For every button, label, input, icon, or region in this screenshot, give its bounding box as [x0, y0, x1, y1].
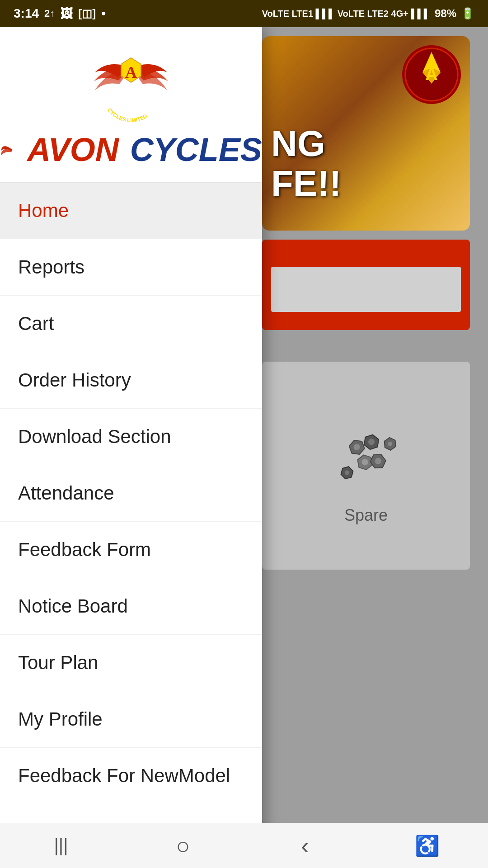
spare-area: Spare	[262, 362, 470, 570]
back-button[interactable]: ‹	[287, 828, 323, 864]
avon-emblem: A CYCLES LIMITED	[90, 45, 172, 127]
home-button[interactable]: ○	[165, 828, 201, 864]
sidebar-item-tour-plan[interactable]: Tour Plan	[0, 635, 262, 691]
status-left: 3:14 2↑ 🖼 [◫] •	[14, 6, 106, 21]
sidebar-item-my-profile[interactable]: My Profile	[0, 691, 262, 748]
banner-area: A NGFE!!	[262, 36, 470, 231]
nav-bar: ||| ○ ‹ ♿	[0, 823, 488, 868]
screen-icon: [◫]	[78, 7, 96, 20]
status-right: VoLTE LTE1 ▌▌▌ VoLTE LTE2 4G+ ▌▌▌ 98% 🔋	[262, 7, 474, 20]
battery: 98%	[435, 7, 456, 20]
svg-text:CYCLES LIMITED: CYCLES LIMITED	[106, 107, 149, 123]
network-info: VoLTE LTE1 ▌▌▌ VoLTE LTE2 4G+ ▌▌▌	[262, 9, 430, 19]
sidebar-item-order-history[interactable]: Order History	[0, 352, 262, 409]
status-bar: 3:14 2↑ 🖼 [◫] • VoLTE LTE1 ▌▌▌ VoLTE LTE…	[0, 0, 488, 27]
avon-brand: AVON CYCLES	[0, 131, 262, 168]
banner-text: NGFE!!	[271, 124, 342, 203]
data-indicator: 2↑	[44, 8, 55, 19]
battery-icon: 🔋	[461, 7, 474, 20]
banner-logo: A	[402, 45, 461, 104]
sidebar-item-attendance[interactable]: Attendance	[0, 465, 262, 522]
sidebar-item-feedback-new-model[interactable]: Feedback For NewModel	[0, 748, 262, 804]
sidebar-item-home[interactable]: Home	[0, 183, 262, 239]
spare-label: Spare	[344, 506, 388, 525]
svg-text:A: A	[425, 65, 437, 84]
accessibility-button[interactable]: ♿	[409, 828, 445, 864]
menu-list: Home Reports Cart Order History Download…	[0, 183, 262, 868]
svg-text:A: A	[125, 63, 137, 81]
recents-button[interactable]: |||	[43, 828, 79, 864]
avon-text: AVON	[0, 131, 119, 168]
sidebar-item-notice-board[interactable]: Notice Board	[0, 578, 262, 635]
drawer[interactable]: A CYCLES LIMITED AVON CYCLES Home	[0, 27, 262, 868]
dot-indicator: •	[101, 6, 106, 21]
sidebar-item-download-section[interactable]: Download Section	[0, 409, 262, 465]
image-icon: 🖼	[60, 6, 73, 21]
grey-box	[271, 267, 461, 312]
sidebar-item-reports[interactable]: Reports	[0, 239, 262, 296]
drawer-logo-section: A CYCLES LIMITED AVON CYCLES	[0, 27, 262, 182]
spare-nuts-svg	[321, 406, 411, 497]
sidebar-item-cart[interactable]: Cart	[0, 296, 262, 352]
time: 3:14	[14, 6, 39, 21]
sidebar-item-feedback-form[interactable]: Feedback Form	[0, 522, 262, 578]
